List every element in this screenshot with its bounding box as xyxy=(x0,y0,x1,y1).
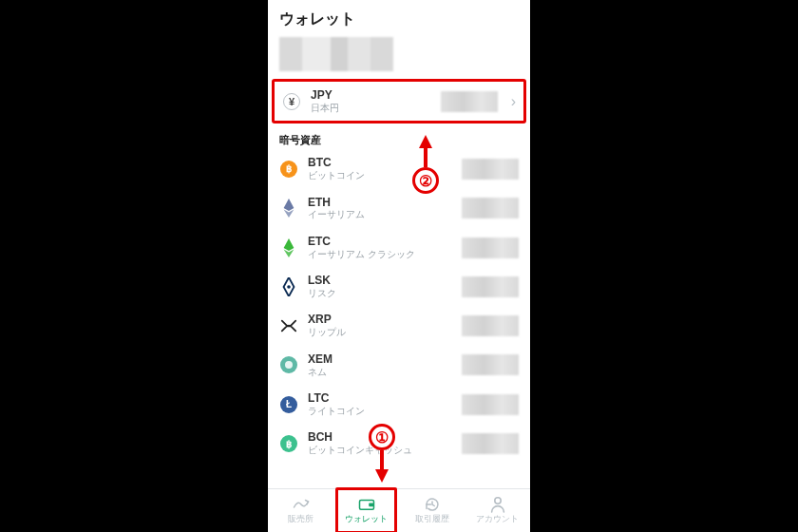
xrp-icon xyxy=(279,316,298,335)
content-area: ¥ JPY 日本円 › 暗号資産 ฿ BTC ビットコイン ETH イーサリアム… xyxy=(268,35,530,488)
bch-icon: ฿ xyxy=(279,434,298,453)
asset-symbol: ETH xyxy=(308,197,365,210)
eth-icon xyxy=(279,199,298,218)
asset-symbol: XRP xyxy=(308,314,346,327)
trend-icon xyxy=(293,496,310,513)
total-balance-redacted xyxy=(279,37,393,71)
asset-name: イーサリアム xyxy=(308,209,365,220)
nav-label: 取引履歴 xyxy=(415,514,449,525)
nav-tab-exchange[interactable]: 販売所 xyxy=(268,489,333,532)
nav-label: 販売所 xyxy=(288,514,314,525)
chevron-right-icon: › xyxy=(511,93,516,110)
asset-symbol: BTC xyxy=(308,157,365,170)
annotation-highlight-box xyxy=(335,487,397,532)
asset-symbol: BCH xyxy=(308,431,412,445)
nav-tab-account[interactable]: アカウント xyxy=(465,489,530,532)
history-icon xyxy=(424,496,441,513)
nav-label: アカウント xyxy=(476,514,519,525)
svg-marker-0 xyxy=(284,199,294,211)
header: ウォレット xyxy=(268,0,530,35)
asset-name: ビットコインキャッシュ xyxy=(308,445,412,456)
section-label-crypto: 暗号資産 xyxy=(268,127,530,149)
svg-point-4 xyxy=(287,285,291,289)
balance-redacted xyxy=(462,238,519,258)
asset-name: イーサリアム クラシック xyxy=(308,249,415,260)
wallet-row-lsk[interactable]: LSK リスク xyxy=(268,267,530,306)
asset-symbol: JPY xyxy=(311,89,339,103)
asset-name: ライトコイン xyxy=(308,406,365,417)
wallet-row-etc[interactable]: ETC イーサリアム クラシック xyxy=(268,228,530,267)
asset-symbol: LTC xyxy=(308,392,365,406)
annotation-arrow-down xyxy=(375,469,389,483)
app-screen: ウォレット ¥ JPY 日本円 › 暗号資産 ฿ BTC ビットコイン xyxy=(268,0,530,532)
wallet-row-xem[interactable]: XEM ネム xyxy=(268,346,530,385)
balance-redacted xyxy=(462,315,519,336)
balance-redacted xyxy=(462,159,519,180)
yen-icon: ¥ xyxy=(282,92,301,111)
asset-symbol: ETC xyxy=(308,236,415,249)
bottom-nav: 販売所 ウォレット 取引履歴 アカウント xyxy=(268,488,530,532)
balance-redacted xyxy=(462,433,519,454)
asset-name: 日本円 xyxy=(311,103,339,114)
svg-marker-2 xyxy=(284,238,294,251)
asset-symbol: XEM xyxy=(308,353,332,367)
btc-icon: ฿ xyxy=(279,160,298,179)
asset-name: リップル xyxy=(308,327,346,338)
account-icon xyxy=(489,496,506,513)
wallet-row-xrp[interactable]: XRP リップル xyxy=(268,306,530,345)
ltc-icon: Ł xyxy=(279,395,298,414)
etc-icon xyxy=(279,238,298,257)
balance-redacted xyxy=(462,394,519,415)
asset-name: ビットコイン xyxy=(308,170,365,181)
wallet-row-ltc[interactable]: Ł LTC ライトコイン xyxy=(268,385,530,424)
balance-redacted xyxy=(441,91,498,112)
total-balance-area xyxy=(268,35,530,77)
xem-icon xyxy=(279,355,298,374)
wallet-row-bch[interactable]: ฿ BCH ビットコインキャッシュ xyxy=(268,424,530,463)
balance-redacted xyxy=(462,276,519,297)
balance-redacted xyxy=(462,198,519,218)
wallet-row-btc[interactable]: ฿ BTC ビットコイン xyxy=(268,149,530,188)
page-title: ウォレット xyxy=(279,10,519,29)
wallet-row-jpy[interactable]: ¥ JPY 日本円 › xyxy=(272,79,526,124)
lsk-icon xyxy=(279,277,298,296)
asset-symbol: LSK xyxy=(308,275,336,288)
balance-redacted xyxy=(462,354,519,375)
nav-tab-wallet[interactable]: ウォレット xyxy=(333,489,399,532)
nav-tab-history[interactable]: 取引履歴 xyxy=(399,489,465,532)
asset-name: ネム xyxy=(308,367,332,378)
wallet-row-eth[interactable]: ETH イーサリアム xyxy=(268,189,530,228)
asset-list: ฿ BTC ビットコイン ETH イーサリアム ETC イーサリアム クラシック… xyxy=(268,149,530,463)
asset-name: リスク xyxy=(308,288,336,299)
svg-point-7 xyxy=(494,498,500,504)
